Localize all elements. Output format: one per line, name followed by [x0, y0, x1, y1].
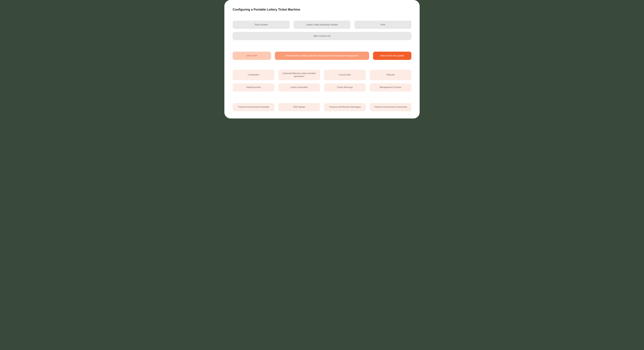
divider [232, 46, 412, 46]
box-indexed-file: Indexed File (Encrypted) [373, 52, 412, 60]
box-device-api: Device API [232, 52, 271, 60]
box-management-function: Management Function [370, 83, 412, 92]
box-sw-update: S/W Update [278, 103, 320, 111]
box-sales-payment: Sales/Payment [232, 83, 274, 92]
box-certification: Certification [232, 70, 274, 80]
functions-row-2: Sales/Payment Lottery Infomation Check W… [232, 83, 412, 92]
diagram-body: Touch Screen Lottery Ticket Scanning Fun… [232, 20, 412, 111]
spacer [232, 63, 412, 66]
box-preamble: Transmit and Receive Preamble [232, 103, 274, 111]
box-status-management: Portable lottery vending machine status/… [275, 52, 369, 60]
page-title: Configuring a Portable Lottery Ticket Ma… [232, 8, 412, 11]
box-lottery-information: Lottery Infomation [278, 83, 320, 92]
hardware-row: Touch Screen Lottery Ticket Scanning Fun… [232, 20, 412, 29]
box-scanning-function: Lottery Ticket Scanning Function [294, 20, 350, 29]
box-check-winnings: Check Winnings [324, 83, 366, 92]
functions-row-1: Certification Automatic/Manual Lottery N… [232, 70, 412, 80]
box-commands: Transmit and Receive Commands [370, 103, 412, 111]
box-main-control-unit: Main Control Unit [232, 32, 412, 40]
box-cancel-sale: Cancel Sale [324, 70, 366, 80]
main-unit-row: Main Control Unit [232, 32, 412, 40]
box-number-generation: Automatic/Manual Lottery Number generati… [278, 70, 320, 80]
box-touch-screen: Touch Screen [232, 20, 290, 29]
middleware-row: Device API Portable lottery vending mach… [232, 52, 412, 60]
box-refunds: Refunds [370, 70, 412, 80]
diagram-card: Configuring a Portable Lottery Ticket Ma… [224, 0, 420, 118]
comm-row: Transmit and Receive Preamble S/W Update… [232, 103, 412, 111]
box-print: Print [354, 20, 412, 29]
box-messages: Transmit and Receive Messages [324, 103, 366, 111]
